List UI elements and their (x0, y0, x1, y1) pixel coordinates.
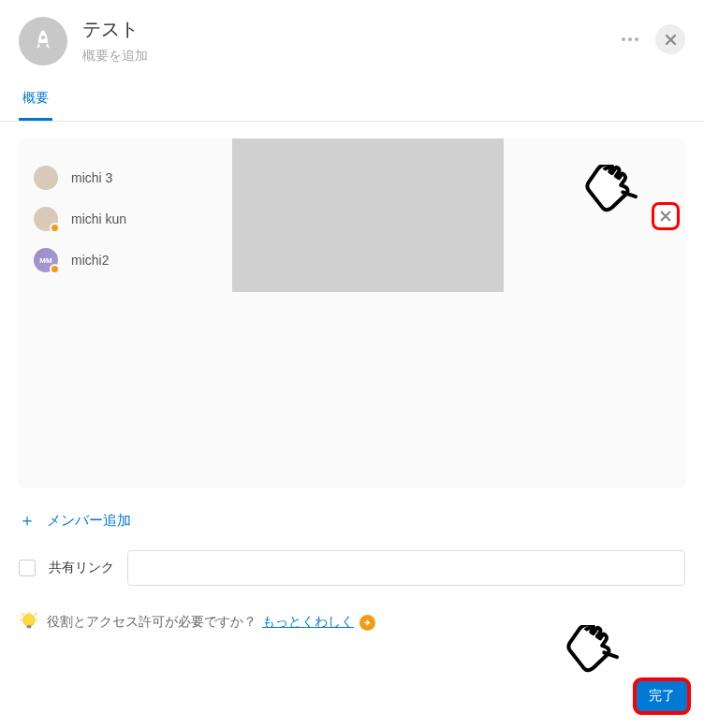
learn-more-link[interactable]: もっとくわしく (262, 614, 354, 631)
close-icon (665, 34, 677, 46)
x-icon (659, 210, 672, 223)
plus-icon: ＋ (19, 509, 36, 531)
add-member-button[interactable]: ＋ メンバー追加 (0, 500, 704, 541)
more-icon[interactable] (618, 34, 642, 45)
status-badge (50, 264, 60, 274)
svg-point-0 (41, 36, 45, 39)
svg-rect-1 (27, 625, 32, 628)
share-checkbox[interactable] (19, 560, 36, 576)
rocket-icon (33, 29, 53, 53)
page-subtitle[interactable]: 概要を追加 (82, 48, 618, 65)
member-avatar (34, 166, 58, 190)
close-button[interactable] (655, 24, 685, 54)
share-label: 共有リンク (49, 560, 114, 576)
page-title: テスト (82, 17, 618, 42)
pointing-hand-annotation (575, 165, 650, 234)
done-button[interactable]: 完了 (633, 677, 691, 715)
workspace-avatar (19, 17, 67, 66)
permissions-text: 役割とアクセス許可が必要ですか？ (47, 614, 257, 631)
share-link-input[interactable] (127, 550, 685, 586)
member-name: michi 3 (71, 170, 112, 185)
status-badge (50, 223, 60, 233)
member-avatar (34, 207, 58, 231)
member-name: michi2 (71, 253, 109, 268)
members-panel: michi 3 michi kun MM michi2 (19, 138, 685, 488)
placeholder-box (232, 138, 504, 292)
member-name: michi kun (71, 211, 126, 226)
pointing-hand-annotation (556, 625, 631, 694)
remove-member-button[interactable] (652, 202, 680, 230)
tab-overview[interactable]: 概要 (19, 77, 52, 121)
member-avatar: MM (34, 248, 58, 272)
arrow-badge-icon (359, 615, 375, 631)
lightbulb-icon (19, 612, 39, 633)
